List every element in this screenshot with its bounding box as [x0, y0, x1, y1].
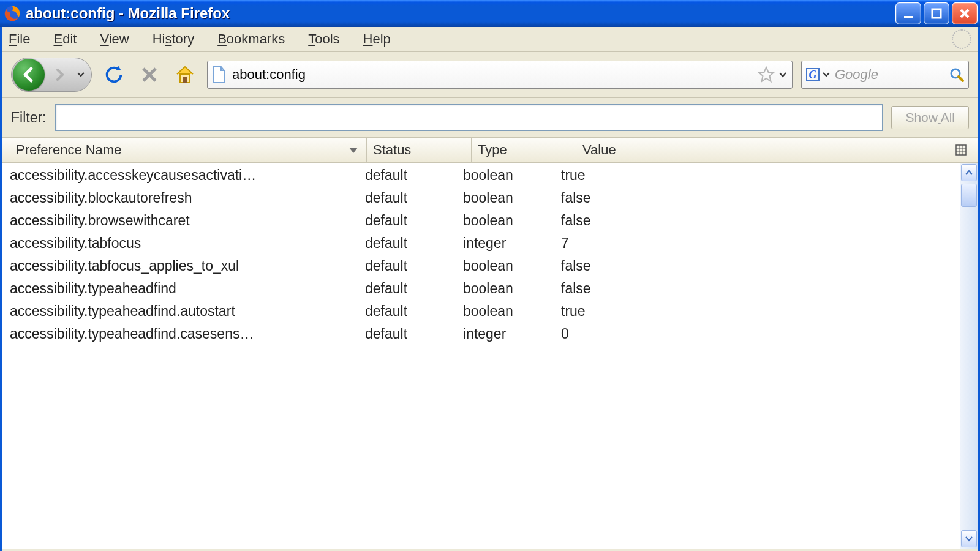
- svg-text:G: G: [809, 69, 817, 81]
- pref-type: integer: [463, 326, 561, 342]
- pref-type: boolean: [463, 280, 561, 297]
- search-bar[interactable]: G Google: [801, 61, 969, 89]
- pref-value: false: [561, 190, 960, 206]
- back-button[interactable]: [13, 59, 45, 91]
- menu-file[interactable]: File: [9, 31, 30, 47]
- menu-edit[interactable]: Edit: [53, 31, 77, 47]
- pref-value: true: [561, 167, 960, 184]
- menu-tools[interactable]: Tools: [308, 31, 339, 47]
- column-header-status[interactable]: Status: [367, 138, 472, 162]
- pref-value: true: [561, 303, 960, 320]
- table-row[interactable]: accessibility.typeaheadfind.casesens…def…: [2, 323, 960, 345]
- pref-value: false: [561, 258, 960, 274]
- menu-help[interactable]: Help: [363, 31, 391, 47]
- pref-type: boolean: [463, 167, 561, 184]
- pref-value: false: [561, 212, 960, 229]
- reload-button[interactable]: [100, 61, 127, 88]
- scroll-up-button[interactable]: [961, 164, 977, 181]
- google-icon: G: [805, 67, 820, 82]
- pref-name: accessibility.typeaheadfind: [10, 280, 365, 297]
- pref-name: accessibility.blockautorefresh: [10, 190, 365, 206]
- window-titlebar[interactable]: about:config - Mozilla Firefox: [0, 0, 980, 27]
- menu-bookmarks[interactable]: Bookmarks: [217, 31, 285, 47]
- column-header-name[interactable]: Preference Name: [10, 138, 367, 162]
- pref-status: default: [365, 303, 463, 320]
- filter-input[interactable]: [55, 104, 883, 131]
- menu-bar: File Edit View History Bookmarks Tools H…: [2, 27, 978, 52]
- bookmark-star-icon[interactable]: [758, 66, 775, 83]
- pref-value: false: [561, 280, 960, 297]
- navigation-toolbar: about:config G Google: [2, 52, 978, 98]
- menu-history[interactable]: History: [153, 31, 194, 47]
- filter-label: Filter:: [11, 110, 47, 126]
- pref-status: default: [365, 280, 463, 297]
- window-title: about:config - Mozilla Firefox: [26, 5, 895, 22]
- window-maximize-button[interactable]: [924, 2, 949, 24]
- pref-name: accessibility.browsewithcaret: [10, 212, 365, 229]
- column-header-type[interactable]: Type: [472, 138, 576, 162]
- home-button[interactable]: [172, 61, 198, 88]
- pref-name: accessibility.accesskeycausesactivati…: [10, 167, 365, 184]
- svg-rect-8: [956, 145, 966, 155]
- pref-name: accessibility.typeaheadfind.casesens…: [10, 326, 365, 342]
- pref-type: boolean: [463, 303, 561, 320]
- column-header-value[interactable]: Value: [576, 138, 944, 162]
- pref-status: default: [365, 326, 463, 342]
- table-row[interactable]: accessibility.browsewithcaretdefaultbool…: [2, 209, 960, 232]
- url-dropdown[interactable]: [777, 72, 788, 78]
- url-bar[interactable]: about:config: [207, 61, 793, 89]
- pref-name: accessibility.typeaheadfind.autostart: [10, 303, 365, 320]
- filter-bar: Filter: Show All: [2, 98, 978, 138]
- search-placeholder: Google: [835, 67, 949, 83]
- pref-status: default: [365, 167, 463, 184]
- sort-indicator-icon: [349, 148, 358, 153]
- svg-rect-1: [904, 16, 913, 18]
- pref-status: default: [365, 190, 463, 206]
- pref-status: default: [365, 212, 463, 229]
- pref-value: 0: [561, 326, 960, 342]
- table-row[interactable]: accessibility.accesskeycausesactivati…de…: [2, 164, 960, 187]
- menu-view[interactable]: View: [100, 31, 129, 47]
- window-minimize-button[interactable]: [895, 2, 921, 24]
- forward-button[interactable]: [45, 67, 75, 82]
- pref-type: integer: [463, 235, 561, 252]
- svg-rect-4: [183, 77, 187, 83]
- back-forward-group: [11, 58, 92, 92]
- vertical-scrollbar[interactable]: [960, 163, 978, 549]
- prefs-table-header: Preference Name Status Type Value: [2, 138, 978, 163]
- scroll-thumb[interactable]: [961, 184, 977, 207]
- pref-type: boolean: [463, 212, 561, 229]
- page-icon: [211, 66, 226, 83]
- firefox-icon: [4, 5, 21, 22]
- pref-name: accessibility.tabfocus_applies_to_xul: [10, 258, 365, 274]
- table-row[interactable]: accessibility.blockautorefreshdefaultboo…: [2, 187, 960, 209]
- search-engine-dropdown[interactable]: [823, 72, 830, 77]
- pref-value: 7: [561, 235, 960, 252]
- table-row[interactable]: accessibility.tabfocus_applies_to_xuldef…: [2, 255, 960, 277]
- column-picker-button[interactable]: [944, 138, 978, 162]
- window-close-button[interactable]: [952, 2, 978, 24]
- prefs-table-body: accessibility.accesskeycausesactivati…de…: [2, 163, 960, 549]
- table-row[interactable]: accessibility.typeaheadfinddefaultboolea…: [2, 277, 960, 300]
- svg-rect-2: [932, 9, 941, 18]
- url-text: about:config: [232, 67, 755, 83]
- table-row[interactable]: accessibility.typeaheadfind.autostartdef…: [2, 300, 960, 323]
- throbber-icon: [952, 29, 971, 49]
- search-go-icon[interactable]: [949, 67, 965, 83]
- stop-button[interactable]: [136, 61, 163, 88]
- scroll-down-button[interactable]: [961, 530, 977, 547]
- pref-type: boolean: [463, 190, 561, 206]
- show-all-button[interactable]: Show All: [891, 106, 969, 129]
- table-row[interactable]: accessibility.tabfocusdefaultinteger7: [2, 232, 960, 255]
- pref-type: boolean: [463, 258, 561, 274]
- pref-name: accessibility.tabfocus: [10, 235, 365, 252]
- back-forward-dropdown[interactable]: [75, 72, 86, 77]
- pref-status: default: [365, 235, 463, 252]
- pref-status: default: [365, 258, 463, 274]
